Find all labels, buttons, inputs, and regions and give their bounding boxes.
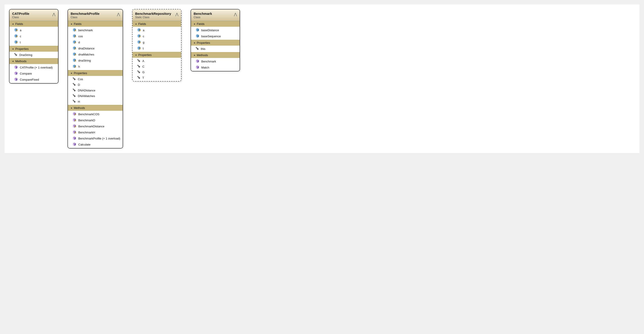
triangle-icon: ◄: [193, 41, 196, 44]
svg-rect-70: [75, 114, 76, 115]
field-private-icon: [72, 28, 76, 32]
item-row[interactable]: g: [132, 39, 181, 45]
section-header-benchmarkprofile-methods[interactable]: ◄Methods: [68, 105, 122, 111]
section-header-catprofile-fields[interactable]: ◄Fields: [10, 21, 58, 27]
class-box-benchmark: BenchmarkClass⋀◄Fields baseDistance base…: [190, 9, 240, 71]
section-header-benchmarkrepository-fields[interactable]: ◄Fields: [132, 21, 181, 27]
item-row[interactable]: Benchmark: [191, 58, 240, 64]
item-row[interactable]: BenchmarkProfile (+ 1 overload): [68, 136, 122, 142]
item-row[interactable]: G: [132, 69, 181, 75]
triangle-icon: ◄: [70, 107, 72, 109]
svg-rect-92: [139, 30, 140, 31]
item-label: t: [20, 41, 21, 44]
item-label: baseDistance: [201, 28, 219, 32]
section-items-benchmark-methods: Benchmark Match: [191, 58, 240, 71]
section-items-benchmarkrepository-properties: A C G T: [132, 58, 181, 81]
item-row[interactable]: cos: [68, 33, 122, 39]
section-items-benchmarkrepository-fields: a c g t: [132, 27, 181, 52]
svg-rect-51: [75, 66, 76, 67]
item-row[interactable]: H: [68, 99, 122, 104]
field-public-icon: [196, 34, 200, 39]
item-row[interactable]: dnaMatches: [68, 51, 122, 57]
item-row[interactable]: a: [132, 27, 181, 33]
item-row[interactable]: DNAMatches: [68, 93, 122, 99]
section-header-benchmarkrepository-properties[interactable]: ◄Properties: [132, 52, 181, 58]
section-label-catprofile-methods: Methods: [15, 59, 26, 63]
item-row[interactable]: T: [132, 75, 181, 81]
item-row[interactable]: Match: [191, 64, 240, 71]
item-label: Match: [201, 66, 209, 69]
item-label: A: [142, 59, 144, 63]
section-label-benchmarkprofile-fields: Fields: [74, 22, 82, 26]
item-row[interactable]: a: [10, 27, 58, 33]
item-row[interactable]: baseDistance: [191, 27, 240, 33]
item-row[interactable]: this: [191, 46, 240, 52]
item-row[interactable]: benchmark: [68, 27, 122, 33]
item-row[interactable]: c: [132, 33, 181, 39]
item-row[interactable]: CATProfile (+ 1 overload): [10, 64, 58, 71]
item-row[interactable]: CompareFixed: [10, 77, 58, 83]
class-name-benchmarkprofile: BenchmarkProfile: [71, 12, 100, 15]
section-header-catprofile-properties[interactable]: ◄Properties: [10, 46, 58, 52]
item-row[interactable]: DnaString: [10, 52, 58, 58]
method-private-icon: [72, 112, 76, 117]
section-items-catprofile-properties: DnaString: [10, 52, 58, 58]
item-row[interactable]: t: [132, 45, 181, 51]
item-row[interactable]: Cos: [68, 76, 122, 82]
field-private-icon: [72, 64, 76, 69]
item-label: dnaMatches: [78, 53, 94, 56]
triangle-icon: ◄: [135, 54, 137, 56]
section-header-benchmark-properties[interactable]: ◄Properties: [191, 40, 240, 46]
triangle-icon: ◄: [70, 23, 72, 25]
field-private-icon: [14, 28, 18, 32]
collapse-icon-benchmarkrepository[interactable]: ⋀: [176, 12, 178, 16]
svg-rect-43: [75, 54, 76, 55]
method-public-icon: [196, 65, 200, 70]
item-row[interactable]: D: [68, 82, 122, 88]
section-header-benchmarkprofile-fields[interactable]: ◄Fields: [68, 21, 122, 27]
item-row[interactable]: BenchmarkH: [68, 129, 122, 136]
item-row[interactable]: BenchmarkD: [68, 117, 122, 123]
item-label: Benchmark: [201, 60, 216, 63]
item-label: CATProfile (+ 1 overload): [20, 66, 53, 69]
item-row[interactable]: BenchmarkDistance: [68, 123, 122, 129]
item-row[interactable]: Compare: [10, 71, 58, 77]
section-label-benchmark-methods: Methods: [197, 53, 208, 57]
field-private-icon: [14, 40, 18, 45]
section-header-benchmarkprofile-properties[interactable]: ◄Properties: [68, 70, 122, 76]
section-header-benchmark-methods[interactable]: ◄Methods: [191, 52, 240, 58]
field-private-icon: [72, 52, 76, 57]
field-private-icon: [72, 58, 76, 63]
class-header-benchmarkrepository: BenchmarkRepositoryStatic Class⋀: [132, 9, 181, 21]
item-label: c: [20, 35, 21, 38]
item-row[interactable]: c: [10, 33, 58, 39]
collapse-icon-benchmarkprofile[interactable]: ⋀: [117, 12, 120, 16]
item-label: dnaString: [78, 59, 91, 62]
class-box-benchmarkprofile: BenchmarkProfileClass⋀◄Fields benchmark …: [68, 9, 123, 149]
svg-rect-31: [75, 36, 76, 37]
class-header-catprofile: CATProfileClass⋀: [10, 9, 58, 21]
collapse-icon-benchmark[interactable]: ⋀: [234, 12, 237, 16]
item-row[interactable]: dnaString: [68, 57, 122, 64]
item-row[interactable]: BenchmarkCOS: [68, 111, 122, 117]
item-row[interactable]: dnaDistance: [68, 45, 122, 51]
class-header-benchmarkprofile: BenchmarkProfileClass⋀: [68, 9, 122, 21]
section-header-catprofile-methods[interactable]: ◄Methods: [10, 58, 58, 64]
item-label: g: [143, 41, 144, 44]
item-row[interactable]: A: [132, 58, 181, 64]
method-private-icon: [72, 124, 76, 129]
item-row[interactable]: DNADistance: [68, 88, 122, 93]
item-row[interactable]: d: [68, 39, 122, 45]
section-header-benchmark-fields[interactable]: ◄Fields: [191, 21, 240, 27]
item-label: cos: [78, 35, 83, 38]
item-label: BenchmarkD: [78, 119, 95, 122]
collapse-icon-catprofile[interactable]: ⋀: [52, 12, 55, 16]
item-row[interactable]: baseSequence: [191, 33, 240, 39]
class-name-benchmark: Benchmark: [194, 12, 212, 15]
item-row[interactable]: C: [132, 64, 181, 69]
item-row[interactable]: Calculate: [68, 142, 122, 148]
svg-rect-74: [75, 120, 76, 121]
item-row[interactable]: t: [10, 39, 58, 45]
class-type-catprofile: Class: [12, 16, 29, 19]
item-row[interactable]: h: [68, 64, 122, 70]
